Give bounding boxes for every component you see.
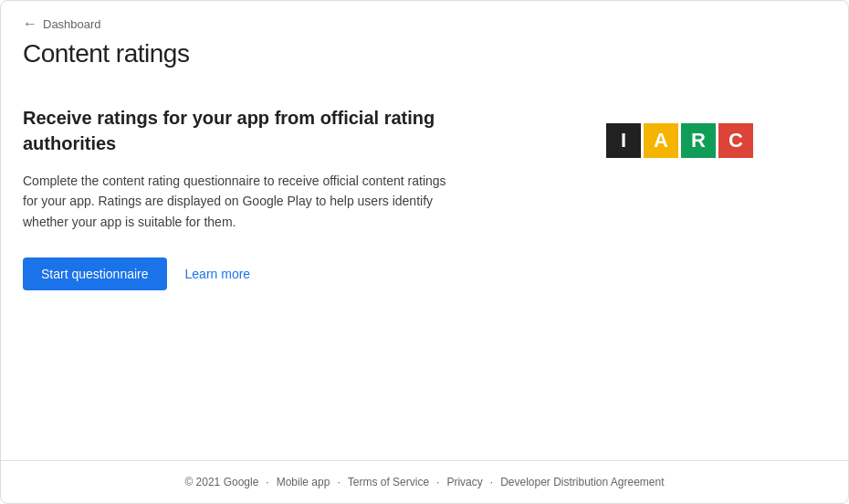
learn-more-button[interactable]: Learn more [182, 257, 255, 290]
content-description: Complete the content rating questionnair… [23, 171, 461, 232]
iarc-letter-a: A [644, 123, 678, 158]
footer-copyright: © 2021 Google [184, 476, 258, 488]
start-questionnaire-button[interactable]: Start questionnaire [23, 257, 167, 290]
page-wrapper: ← Dashboard Content ratings Receive rati… [1, 1, 848, 503]
footer-dot-3: · [436, 476, 439, 488]
iarc-letter-c: C [718, 123, 753, 158]
footer-link-dda[interactable]: Developer Distribution Agreement [500, 476, 664, 488]
right-section: I A R C [606, 105, 826, 158]
content-heading: Receive ratings for your app from offici… [23, 105, 461, 156]
iarc-letter-i: I [606, 123, 641, 158]
back-arrow-icon: ← [23, 16, 37, 32]
back-nav-label: Dashboard [43, 17, 101, 31]
footer-link-privacy[interactable]: Privacy [446, 476, 482, 488]
iarc-letter-r: R [681, 123, 716, 158]
footer-dot-4: · [490, 476, 493, 488]
main-content: Receive ratings for your app from offici… [1, 68, 848, 460]
iarc-logo: I A R C [606, 123, 753, 158]
footer-link-terms[interactable]: Terms of Service [348, 476, 429, 488]
footer-dot-1: · [266, 476, 268, 488]
back-nav[interactable]: ← Dashboard [23, 16, 826, 32]
page-title: Content ratings [23, 39, 826, 68]
footer-link-mobile-app[interactable]: Mobile app [277, 476, 330, 488]
left-section: Receive ratings for your app from offici… [23, 105, 461, 290]
footer-dot-2: · [337, 476, 340, 488]
footer: © 2021 Google · Mobile app · Terms of Se… [1, 460, 848, 503]
action-buttons: Start questionnaire Learn more [23, 257, 461, 290]
header: ← Dashboard Content ratings [1, 1, 848, 68]
